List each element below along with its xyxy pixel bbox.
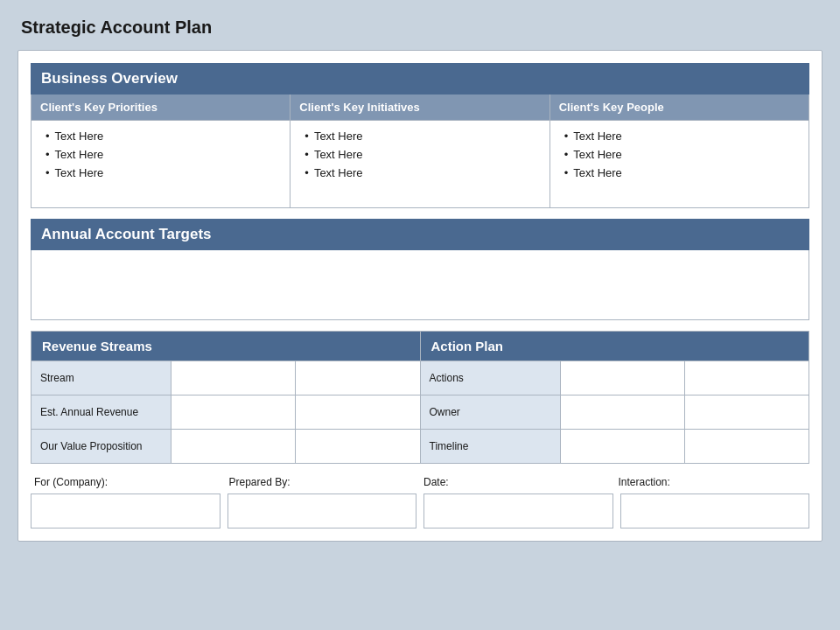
initiatives-content: Text Here Text Here Text Here [290,121,550,207]
list-item: Text Here [46,166,281,179]
footer-input-company[interactable] [31,494,220,528]
list-item: Text Here [304,166,540,179]
timeline-label: Timeline [421,430,561,463]
owner-cell-1[interactable] [561,396,685,429]
action-plan-header: Action Plan [421,332,809,360]
actions-label: Actions [421,361,561,395]
table-row: Actions [421,360,809,395]
footer-input-interaction[interactable] [620,494,810,528]
value-prop-cell-2[interactable] [296,430,419,463]
list-item: Text Here [564,166,800,179]
footer-label-company: For (Company): [31,474,226,490]
footer-label-date: Date: [420,474,615,490]
value-prop-cell-1[interactable] [172,430,296,463]
col-header-priorities: Client's Key Priorities [32,94,290,120]
revenue-streams-header: Revenue Streams [32,332,420,360]
footer-labels-row: For (Company): Prepared By: Date: Intera… [31,474,809,490]
list-item: Text Here [304,148,540,161]
footer-section: For (Company): Prepared By: Date: Intera… [31,474,809,528]
table-row: Timeline [421,429,809,463]
table-row: Owner [421,395,809,429]
value-prop-label: Our Value Proposition [32,430,172,463]
list-item: Text Here [564,148,800,161]
footer-inputs-row [31,494,809,528]
list-item: Text Here [46,148,281,161]
annual-revenue-label: Est. Annual Revenue [32,396,172,429]
revenue-stream-cell-1[interactable] [172,361,296,395]
owner-cell-2[interactable] [685,396,808,429]
col-header-initiatives: Client's Key Initiatives [290,94,550,120]
footer-input-prepared[interactable] [228,494,417,528]
people-content: Text Here Text Here Text Here [550,121,808,207]
column-headers-row: Client's Key Priorities Client's Key Ini… [31,94,809,121]
annual-revenue-cell-2[interactable] [296,396,419,429]
priorities-content: Text Here Text Here Text Here [32,121,290,207]
table-row: Est. Annual Revenue [32,395,420,429]
footer-input-date[interactable] [424,494,613,528]
action-plan-section: Action Plan Actions Owner Timeline [421,332,809,463]
annual-targets-section: Annual Account Targets [31,219,809,320]
annual-targets-header: Annual Account Targets [31,219,809,250]
table-row: Stream [32,360,420,395]
revenue-stream-label: Stream [32,361,172,395]
annual-targets-content [31,250,809,320]
business-overview-header: Business Overview [31,63,809,94]
timeline-cell-2[interactable] [685,430,808,463]
business-overview-section: Business Overview Client's Key Prioritie… [31,63,809,208]
annual-revenue-cell-1[interactable] [172,396,296,429]
page-title: Strategic Account Plan [18,18,822,38]
column-content-row: Text Here Text Here Text Here Text Here … [31,121,809,208]
revenue-action-section: Revenue Streams Stream Est. Annual Reven… [31,331,809,464]
footer-label-prepared: Prepared By: [226,474,421,490]
timeline-cell-1[interactable] [561,430,685,463]
footer-label-interaction: Interaction: [615,474,810,490]
owner-label: Owner [421,396,561,429]
col-header-people: Client's Key People [550,94,808,120]
list-item: Text Here [46,130,281,143]
revenue-stream-cell-2[interactable] [296,361,419,395]
main-card: Business Overview Client's Key Prioritie… [18,50,822,542]
table-row: Our Value Proposition [32,429,420,463]
list-item: Text Here [304,130,540,143]
revenue-streams-section: Revenue Streams Stream Est. Annual Reven… [32,332,421,463]
list-item: Text Here [564,130,800,143]
actions-cell-2[interactable] [685,361,808,395]
actions-cell-1[interactable] [561,361,685,395]
